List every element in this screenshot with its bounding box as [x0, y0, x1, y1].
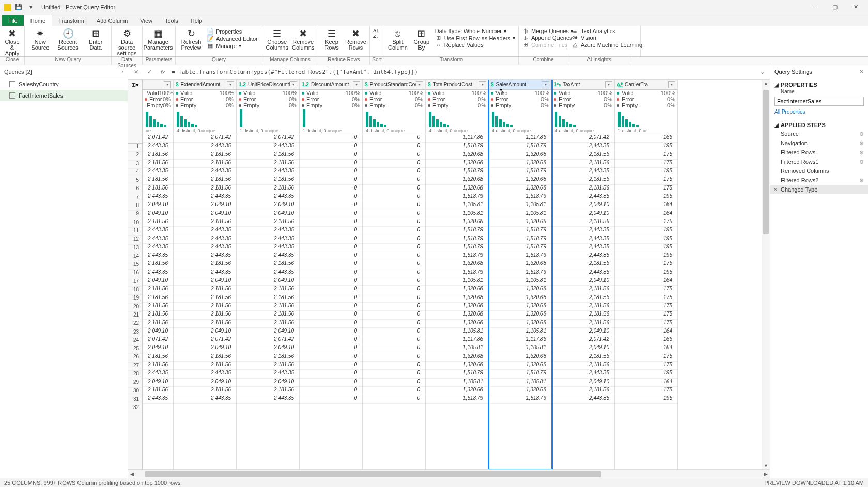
cell[interactable]: 0: [363, 260, 425, 269]
row-number[interactable]: 23: [128, 329, 142, 337]
cell[interactable]: 2,181.56: [174, 320, 236, 328]
cell[interactable]: 166: [615, 134, 677, 143]
data-type-button[interactable]: Data Type: Whole Number ▾: [435, 28, 515, 34]
cell[interactable]: 0: [363, 353, 425, 362]
row-number[interactable]: 14: [128, 253, 142, 261]
row-number[interactable]: 16: [128, 270, 142, 278]
cell[interactable]: 2,049.10: [174, 201, 236, 210]
cell[interactable]: 0: [300, 210, 362, 218]
cell[interactable]: 2,181.56: [174, 303, 236, 311]
cell[interactable]: 1,320.68: [489, 260, 551, 269]
cell[interactable]: 2,443.35: [552, 227, 614, 235]
column-header[interactable]: 1²₃TaxAmt▾: [552, 80, 614, 90]
cell[interactable]: 0: [300, 134, 362, 143]
row-number[interactable]: 9: [128, 211, 142, 219]
cell[interactable]: 1,518.79: [426, 252, 488, 260]
cell[interactable]: 2,443.35: [143, 168, 173, 176]
cell[interactable]: 2,181.56: [552, 176, 614, 184]
cell[interactable]: 195: [615, 244, 677, 252]
cell[interactable]: 2,443.35: [174, 143, 236, 151]
cell[interactable]: 0: [363, 370, 425, 378]
cell[interactable]: 2,181.56: [174, 362, 236, 370]
row-number[interactable]: 28: [128, 371, 142, 379]
cell[interactable]: 2,181.56: [237, 353, 299, 362]
cell[interactable]: 2,181.56: [174, 294, 236, 303]
query-name-input[interactable]: [774, 97, 864, 106]
type-icon[interactable]: 1²₃: [554, 82, 561, 87]
cell[interactable]: 164: [615, 210, 677, 218]
cell[interactable]: 2,443.35: [174, 395, 236, 403]
hscroll-thumb[interactable]: [145, 471, 601, 477]
cell[interactable]: 1,518.79: [489, 269, 551, 277]
cell[interactable]: 2,181.56: [237, 160, 299, 168]
cell[interactable]: 2,049.10: [552, 328, 614, 336]
applied-step[interactable]: Source⚙: [770, 129, 868, 138]
row-number[interactable]: 3: [128, 161, 142, 169]
cell[interactable]: 175: [615, 151, 677, 160]
cell[interactable]: 2,181.56: [143, 353, 173, 362]
cell[interactable]: 2,049.10: [237, 379, 299, 387]
cell[interactable]: 0: [363, 193, 425, 201]
cell[interactable]: 2,181.56: [143, 185, 173, 193]
gear-icon[interactable]: ⚙: [859, 178, 864, 183]
tab-help[interactable]: Help: [184, 15, 209, 26]
cell[interactable]: 2,049.10: [174, 344, 236, 353]
cell[interactable]: 2,181.56: [552, 218, 614, 227]
cell[interactable]: 0: [363, 134, 425, 143]
cell[interactable]: 1,518.79: [489, 227, 551, 235]
cell[interactable]: 1,320.68: [426, 151, 488, 160]
column-header[interactable]: $ExtendedAmount▾: [174, 80, 236, 90]
cell[interactable]: 0: [363, 344, 425, 353]
cell[interactable]: 0: [363, 320, 425, 328]
cell[interactable]: 0: [300, 269, 362, 277]
cell[interactable]: 2,443.35: [174, 252, 236, 260]
close-apply-button[interactable]: ✖Close & Apply: [3, 27, 21, 56]
cell[interactable]: 2,443.35: [143, 143, 173, 151]
cell[interactable]: 1,518.79: [489, 193, 551, 201]
type-icon[interactable]: 1.2: [239, 82, 246, 87]
cell[interactable]: 2,181.56: [174, 353, 236, 362]
row-number[interactable]: 6: [128, 185, 142, 194]
manage-button[interactable]: ▦Manage ▾: [207, 42, 258, 49]
row-number[interactable]: 17: [128, 278, 142, 287]
properties-section[interactable]: ◢ PROPERTIES: [770, 78, 868, 89]
cell[interactable]: 2,071.42: [237, 336, 299, 344]
cell[interactable]: 0: [300, 328, 362, 336]
filter-dropdown-icon[interactable]: ▾: [290, 81, 297, 88]
filter-dropdown-icon[interactable]: ▾: [164, 81, 171, 88]
cell[interactable]: 1,105.81: [426, 277, 488, 286]
cell[interactable]: 1,105.81: [489, 328, 551, 336]
applied-step[interactable]: Removed Columns: [770, 166, 868, 176]
cell[interactable]: 2,181.56: [237, 303, 299, 311]
cell[interactable]: 0: [300, 344, 362, 353]
vertical-scrollbar[interactable]: ▲ ▼: [762, 80, 770, 469]
cell[interactable]: 2,049.10: [143, 210, 173, 218]
cell[interactable]: 0: [363, 244, 425, 252]
tab-home[interactable]: Home: [24, 15, 52, 26]
cell[interactable]: 195: [615, 370, 677, 378]
cell[interactable]: 0: [363, 303, 425, 311]
cell[interactable]: 0: [363, 143, 425, 151]
close-settings-icon[interactable]: ✕: [859, 69, 864, 75]
cell[interactable]: 1,518.79: [489, 143, 551, 151]
cell[interactable]: 0: [363, 176, 425, 184]
cell[interactable]: 2,443.35: [237, 235, 299, 244]
cell[interactable]: 1,320.68: [489, 353, 551, 362]
cell[interactable]: 2,181.56: [237, 294, 299, 303]
cell[interactable]: 2,443.35: [174, 227, 236, 235]
filter-dropdown-icon[interactable]: ▾: [479, 81, 486, 88]
cell[interactable]: 1,105.81: [426, 201, 488, 210]
cell[interactable]: 2,443.35: [237, 269, 299, 277]
scroll-left-icon[interactable]: ◀: [128, 471, 136, 477]
cell[interactable]: 175: [615, 387, 677, 395]
group-by-button[interactable]: ⊞Group By: [411, 27, 432, 56]
cell[interactable]: 2,443.35: [552, 370, 614, 378]
sort-buttons[interactable]: A↓Z↓: [373, 27, 379, 56]
cell[interactable]: 2,443.35: [237, 168, 299, 176]
cell[interactable]: 1,518.79: [426, 395, 488, 403]
cell[interactable]: 2,181.56: [552, 362, 614, 370]
query-item[interactable]: SalesbyCountry: [0, 78, 128, 90]
cell[interactable]: 0: [363, 252, 425, 260]
scroll-up-icon[interactable]: ▲: [762, 81, 770, 86]
cell[interactable]: 195: [615, 395, 677, 403]
